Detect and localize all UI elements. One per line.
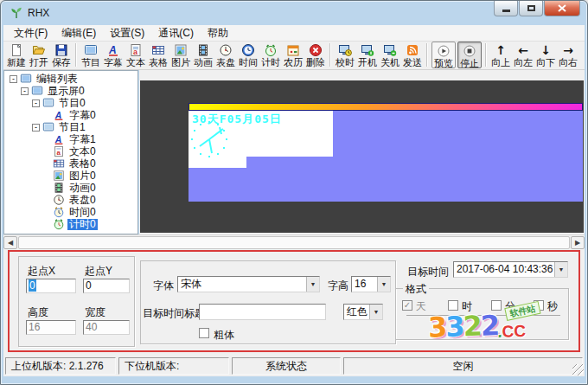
menu-file[interactable]: 文件(F) [7, 25, 54, 42]
power-on-icon [361, 43, 374, 57]
toolbar-text-button[interactable]: a 文本 [125, 42, 147, 67]
bold-checkbox[interactable] [199, 328, 209, 338]
height-input[interactable]: 16 [26, 320, 76, 335]
svg-text:a: a [56, 149, 61, 157]
toolbar-new-button[interactable]: 新建 [5, 42, 28, 67]
close-button[interactable] [544, 1, 580, 16]
toolbar-table-button[interactable]: 表格 [147, 42, 169, 67]
format-day-checkbox[interactable]: ✓ [402, 300, 412, 311]
toolbar-send-button[interactable]: 发送 [401, 42, 424, 67]
toolbar-animation-button[interactable]: 动画 [192, 42, 214, 67]
format-hour-checkbox[interactable] [448, 300, 458, 311]
toolbar-sync-time-button[interactable]: 校时 [334, 42, 356, 67]
toolbar-power-off-button[interactable]: 关机 [379, 42, 401, 67]
collapse-toggle[interactable]: - [10, 75, 17, 83]
start-y-input[interactable]: 0 [83, 279, 130, 293]
tree-item-picture0[interactable]: 图片0 [4, 170, 137, 182]
toolbar-lunar-button[interactable]: 农历 [282, 42, 304, 67]
toolbar-timer-button[interactable]: 计时 [259, 42, 282, 67]
target-time-title-input[interactable] [199, 304, 326, 320]
film-strip-icon [196, 43, 210, 57]
tree-item-timer0[interactable]: 计时0 [4, 218, 137, 230]
color-combobox[interactable]: 红色 ▼ [343, 304, 383, 320]
program-screen-icon [42, 97, 54, 109]
dropdown-button[interactable]: ▼ [369, 305, 382, 319]
dropdown-button[interactable]: ▼ [306, 277, 319, 292]
toolbar-stop-button[interactable]: 停止 [457, 42, 482, 68]
horizontal-scrollbar[interactable]: ◀ ▶ [3, 234, 585, 249]
analog-clock-element[interactable] [189, 119, 230, 160]
width-input[interactable]: 40 [83, 320, 130, 335]
toolbar-preview-button[interactable]: 预览 [431, 42, 456, 68]
preview-panel: 30天F05月05日 [139, 70, 585, 234]
tree-item-program0[interactable]: - 节目0 [4, 97, 137, 109]
toolbar-move-left-button[interactable]: ← 向左 [512, 42, 534, 67]
menu-edit[interactable]: 编辑(E) [54, 25, 103, 42]
toolbar-picture-button[interactable]: 图片 [169, 42, 192, 67]
app-window: RHX 文件(F) 编辑(E) 设置(S) 通讯(C) 帮助 新建 打开 保存 [0, 0, 588, 385]
toolbar-time-button[interactable]: 时间 [237, 42, 259, 67]
dropdown-button[interactable]: ▼ [377, 277, 390, 292]
table-icon [151, 43, 165, 57]
menu-settings[interactable]: 设置(S) [103, 25, 151, 42]
start-x-input[interactable]: 0 [26, 279, 76, 293]
toolbar-separator [75, 43, 77, 67]
toolbar-open-button[interactable]: 打开 [28, 42, 50, 67]
toolbar-move-down-button[interactable]: ↓ 向下 [534, 42, 557, 67]
collapse-toggle[interactable]: - [21, 87, 29, 95]
collapse-toggle[interactable]: - [32, 99, 40, 107]
timer-clock-icon [53, 218, 65, 230]
format-group: 格式 ✓ 天 时 分 秒 [395, 288, 569, 340]
tree-item-dial0[interactable]: 表盘0 [4, 194, 137, 206]
text-document-icon: a [53, 145, 65, 157]
tree-item-animation0[interactable]: 动画0 [4, 182, 137, 194]
toolbar-program-button[interactable]: 节目 [80, 42, 102, 67]
format-second-label: 秒 [547, 299, 558, 314]
minimize-button[interactable] [494, 1, 518, 16]
format-second-checkbox[interactable] [534, 300, 544, 311]
font-combobox[interactable]: 宋体 ▼ [177, 276, 320, 292]
tree-item-time0[interactable]: 时间0 [4, 206, 137, 218]
scroll-left-button[interactable]: ◀ [3, 236, 17, 249]
toolbar-dial-button[interactable]: 表盘 [214, 42, 237, 67]
tree-item-display0[interactable]: - 显示屏0 [4, 85, 137, 97]
scroll-right-button[interactable]: ▶ [571, 236, 585, 249]
tree-item-edit-list[interactable]: - 编辑列表 [4, 73, 137, 85]
target-time-picker[interactable]: 2017-06-04 10:43:36 ▼ [453, 261, 568, 278]
menu-help[interactable]: 帮助 [201, 25, 235, 42]
width-label: 宽度 [85, 305, 105, 320]
scrollbar-thumb[interactable] [18, 236, 570, 249]
collapse-toggle[interactable]: - [32, 124, 40, 132]
position-size-group: 起点X 起点Y 0 0 高度 宽度 16 40 [18, 256, 135, 347]
toolbar: 新建 打开 保存 节目 A 字幕 a 文本 表格 图片 [3, 42, 585, 70]
toolbar-delete-button[interactable]: 删除 [304, 42, 327, 67]
target-time-label: 目标时间 [407, 265, 449, 279]
font-size-combobox[interactable]: 16 ▼ [351, 276, 391, 292]
toolbar-power-on-button[interactable]: 开机 [356, 42, 379, 67]
tree-item-subtitle0[interactable]: A 字幕0 [4, 109, 137, 121]
picture-icon [174, 43, 188, 57]
tree-item-subtitle1[interactable]: A 字幕1 [4, 133, 137, 145]
time-clock-icon [53, 206, 65, 218]
toolbar-subtitle-button[interactable]: A 字幕 [102, 42, 125, 67]
toolbar-move-up-button[interactable]: ↑ 向上 [489, 42, 512, 67]
gradient-bar-element[interactable] [189, 103, 583, 111]
screen-icon [31, 85, 43, 97]
chevron-down-icon: ▼ [381, 281, 387, 287]
svg-text:A: A [108, 44, 117, 56]
maximize-button[interactable] [519, 1, 543, 16]
resize-grip[interactable] [572, 364, 584, 375]
tree-item-table0[interactable]: 表格0 [4, 157, 137, 170]
toolbar-move-right-button[interactable]: → 向右 [557, 42, 579, 67]
menu-comm[interactable]: 通讯(C) [151, 25, 201, 42]
led-display: 30天F05月05日 [189, 103, 583, 202]
dropdown-button[interactable]: ▼ [554, 262, 567, 277]
toolbar-save-button[interactable]: 保存 [50, 42, 73, 67]
format-minute-checkbox[interactable] [491, 300, 502, 311]
target-time-title-label: 目标时间标题 [143, 306, 205, 321]
maximize-icon [527, 5, 535, 11]
tree-item-program1[interactable]: - 节目1 [4, 121, 137, 133]
tree-item-text0[interactable]: a 文本0 [4, 145, 137, 157]
svg-text:A: A [54, 134, 62, 144]
scroll-left-icon: ◀ [8, 239, 13, 247]
